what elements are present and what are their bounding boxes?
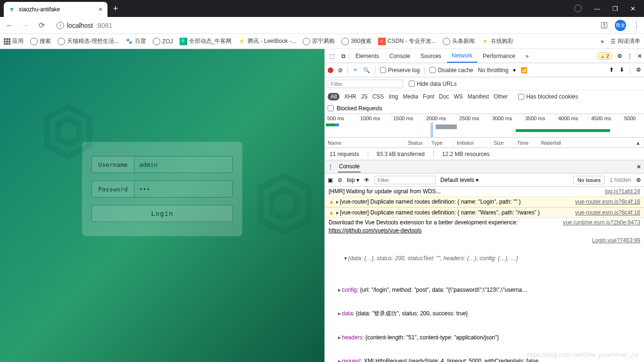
filter-js[interactable]: JS	[361, 93, 368, 100]
filter-css[interactable]: CSS	[372, 93, 384, 100]
bookmark-item[interactable]: 头条新闻	[443, 37, 475, 45]
col-status[interactable]: Status	[405, 138, 429, 148]
forward-icon[interactable]: →	[20, 21, 31, 30]
warnings-badge[interactable]: ▲2	[597, 52, 612, 60]
context-select[interactable]: top ▾	[347, 177, 359, 183]
browser-tab[interactable]: ▼ xiaozhu-antifake ✕	[4, 2, 107, 17]
close-drawer-icon[interactable]: ✕	[636, 164, 641, 170]
filter-manifest[interactable]: Manifest	[468, 93, 489, 100]
login-button[interactable]: Login	[91, 205, 233, 222]
log-source-link[interactable]: Login.vue?7463:99	[592, 237, 640, 245]
expand-icon[interactable]: ▸	[338, 310, 341, 317]
expand-icon[interactable]: ▸	[338, 334, 341, 341]
network-timeline[interactable]: 500 ms 1000 ms 1500 ms 2000 ms 2500 ms 3…	[325, 114, 644, 138]
filter-img[interactable]: Img	[388, 93, 398, 100]
no-issues-badge[interactable]: No Issues	[573, 176, 605, 184]
expand-icon[interactable]: ▸	[336, 198, 339, 205]
bookmark-item[interactable]: 天猫精选-理想生活...	[58, 37, 119, 45]
bookmark-item[interactable]: 苏宁易购	[303, 37, 335, 45]
inspect-icon[interactable]: ⬚	[327, 53, 338, 59]
gear-icon[interactable]: ⚙	[636, 177, 641, 183]
close-window-icon[interactable]: ✕	[630, 5, 636, 12]
filter-ws[interactable]: WS	[454, 93, 462, 100]
apps-button[interactable]: 应用	[4, 37, 24, 45]
disable-cache-checkbox[interactable]: Disable cache	[429, 67, 473, 74]
filter-all[interactable]: All	[328, 93, 339, 100]
tab-performance[interactable]: Performance	[478, 49, 520, 63]
filter-media[interactable]: Media	[403, 93, 418, 100]
kebab-icon[interactable]: ⋮	[328, 164, 333, 170]
tab-elements[interactable]: Elements	[351, 49, 384, 63]
maximize-icon[interactable]: ❐	[612, 5, 618, 12]
clear-console-icon[interactable]: ⊘	[338, 177, 342, 183]
log-source-link[interactable]: vue-router.esm.js?8c4f:16	[575, 198, 640, 206]
new-tab-button[interactable]: +	[113, 4, 118, 14]
back-icon[interactable]: ←	[4, 21, 15, 30]
expand-icon[interactable]: ▸	[336, 209, 339, 216]
account-icon[interactable]	[574, 5, 582, 12]
network-filter-input[interactable]	[328, 80, 403, 88]
filter-xhr[interactable]: XHR	[344, 93, 356, 100]
search-icon[interactable]: 🔍	[363, 67, 370, 74]
tab-more[interactable]: »	[521, 49, 534, 63]
tab-sources[interactable]: Sources	[416, 49, 446, 63]
bookmark-item[interactable]: 搜索	[30, 37, 51, 45]
reload-icon[interactable]: ⟳	[36, 21, 47, 30]
col-size[interactable]: Size	[491, 138, 514, 148]
bookmark-item[interactable]: 🐾百度	[125, 37, 146, 45]
console-filter-input[interactable]	[374, 176, 436, 184]
col-type[interactable]: Type	[429, 138, 454, 148]
expand-icon[interactable]: ▸	[338, 358, 341, 362]
preserve-log-checkbox[interactable]: Preserve log	[380, 67, 420, 74]
bookmark-item[interactable]: 360搜索	[341, 37, 372, 45]
hide-data-urls-checkbox[interactable]: Hide data URLs	[409, 81, 457, 87]
profile-avatar[interactable]: 熊龙	[615, 20, 626, 31]
col-name[interactable]: Name	[325, 138, 405, 148]
filter-other[interactable]: Other	[494, 93, 508, 100]
key-icon[interactable]: ⚿	[601, 21, 608, 30]
has-blocked-checkbox[interactable]: Has blocked cookies	[518, 93, 578, 100]
devtools-link[interactable]: https://github.com/vuejs/vue-devtools	[329, 227, 421, 234]
bookmark-item[interactable]: ★在线购彩	[481, 37, 513, 45]
record-icon[interactable]	[328, 67, 333, 73]
minimize-icon[interactable]: —	[594, 5, 600, 12]
expand-icon[interactable]: ▸	[338, 287, 341, 293]
bookmark-item[interactable]: ⚡腾讯 - LeetBook -...	[238, 37, 296, 45]
close-tab-icon[interactable]: ✕	[98, 6, 103, 13]
password-input[interactable]	[134, 181, 232, 197]
chevron-down-icon[interactable]: ▾	[513, 67, 516, 74]
col-waterfall[interactable]: Waterfall▲	[538, 138, 644, 148]
menu-icon[interactable]: ⋮	[633, 21, 640, 30]
bookmark-item[interactable]: CCSDN - 专业开发...	[378, 37, 436, 45]
col-initiator[interactable]: Initiator	[454, 138, 491, 148]
filter-font[interactable]: Font	[423, 93, 434, 100]
expand-icon[interactable]: ▾	[344, 255, 347, 262]
filter-toggle-icon[interactable]: ⫧	[353, 67, 358, 74]
tab-console[interactable]: Console	[385, 49, 415, 63]
bookmark-item[interactable]: ZOJ	[153, 38, 173, 45]
tab-network[interactable]: Network	[447, 49, 477, 63]
settings-icon[interactable]: ⚙	[617, 53, 622, 59]
log-source-link[interactable]: log.js?1afd:24	[605, 188, 640, 196]
site-info-icon[interactable]: i	[57, 22, 64, 29]
blocked-checkbox[interactable]	[328, 105, 334, 111]
reading-list-button[interactable]: ☰阅读清单	[611, 37, 640, 45]
sidebar-toggle-icon[interactable]: ▣	[328, 177, 333, 183]
wifi-icon[interactable]: 📶	[520, 67, 528, 74]
throttling-select[interactable]: No throttling	[478, 67, 509, 74]
levels-select[interactable]: Default levels ▾	[440, 177, 479, 183]
col-time[interactable]: Time	[514, 138, 538, 148]
username-input[interactable]	[134, 156, 232, 173]
log-source-link[interactable]: vue-router.esm.js?8c4f:16	[575, 209, 640, 217]
close-devtools-icon[interactable]: ✕	[637, 53, 642, 59]
download-icon[interactable]: ⬇	[619, 66, 624, 74]
upload-icon[interactable]: ⬆	[609, 66, 614, 74]
kebab-icon[interactable]: ⋮	[627, 53, 633, 59]
filter-doc[interactable]: Doc	[439, 93, 449, 100]
console-tab-label[interactable]: Console	[338, 161, 361, 173]
bookmark-item[interactable]: 牛全部动态_牛客网	[180, 37, 232, 45]
log-source-link[interactable]: vue.runtime.esm.js?2b0e:8473	[563, 219, 640, 235]
clear-icon[interactable]: ⊘	[338, 67, 343, 74]
device-icon[interactable]: ⧉	[339, 53, 348, 59]
gear-icon[interactable]: ⚙	[636, 66, 641, 74]
